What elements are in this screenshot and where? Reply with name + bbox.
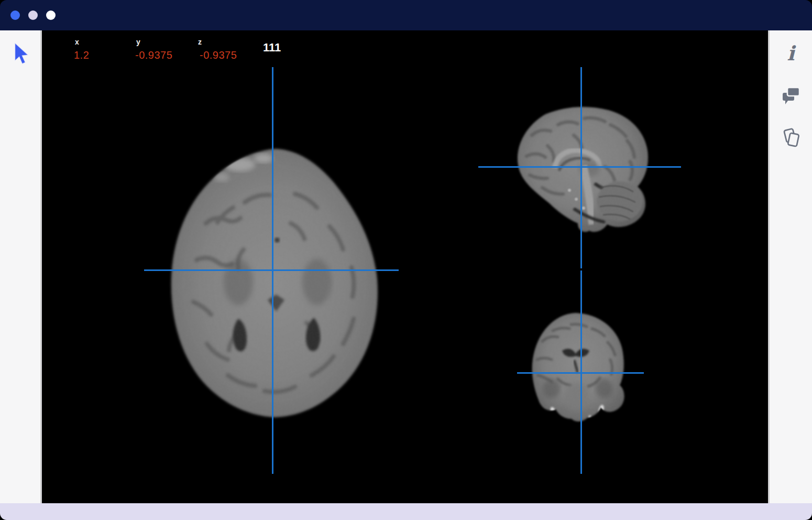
- viewer-canvas[interactable]: x 1.2 y -0.9375 z -0.9375 111: [42, 30, 768, 503]
- sagittal-crosshair-vertical[interactable]: [580, 67, 582, 268]
- intensity-value: 111: [263, 41, 281, 55]
- coordinate-readout: x 1.2 y -0.9375 z -0.9375 111: [42, 30, 768, 67]
- duplicate-pages-icon[interactable]: [781, 127, 802, 148]
- window-control-dot-lavender[interactable]: [28, 10, 38, 20]
- coord-value-x: 1.2: [74, 49, 89, 61]
- window-control-dot-blue[interactable]: [10, 10, 20, 20]
- pointer-cursor-icon: [13, 42, 29, 66]
- coord-label-y: y: [136, 38, 140, 46]
- coord-label-z: z: [198, 38, 202, 46]
- window-control-dot-white[interactable]: [46, 10, 56, 20]
- comments-icon[interactable]: [781, 85, 802, 106]
- window-titlebar: [0, 0, 812, 30]
- sagittal-crosshair-horizontal[interactable]: [478, 166, 681, 168]
- duplicate-pages-icon-graphic: [781, 127, 801, 148]
- main-area: x 1.2 y -0.9375 z -0.9375 111 i: [0, 30, 812, 503]
- axial-view-image[interactable]: [160, 145, 396, 421]
- coord-value-z: -0.9375: [200, 49, 237, 61]
- app-window: x 1.2 y -0.9375 z -0.9375 111 i: [0, 0, 812, 520]
- comments-icon-graphic: [781, 85, 801, 105]
- info-glyph: i: [787, 44, 794, 63]
- info-icon[interactable]: i: [781, 43, 802, 64]
- sagittal-view-image[interactable]: [511, 104, 657, 235]
- coord-label-x: x: [75, 38, 79, 46]
- coronal-view-image[interactable]: [521, 310, 634, 428]
- bottom-bar: [0, 503, 812, 520]
- coord-value-y: -0.9375: [135, 49, 172, 61]
- axial-crosshair-horizontal[interactable]: [144, 269, 399, 271]
- coronal-crosshair-horizontal[interactable]: [517, 372, 644, 374]
- right-toolbar: i: [768, 30, 812, 503]
- left-toolbar: [0, 30, 42, 503]
